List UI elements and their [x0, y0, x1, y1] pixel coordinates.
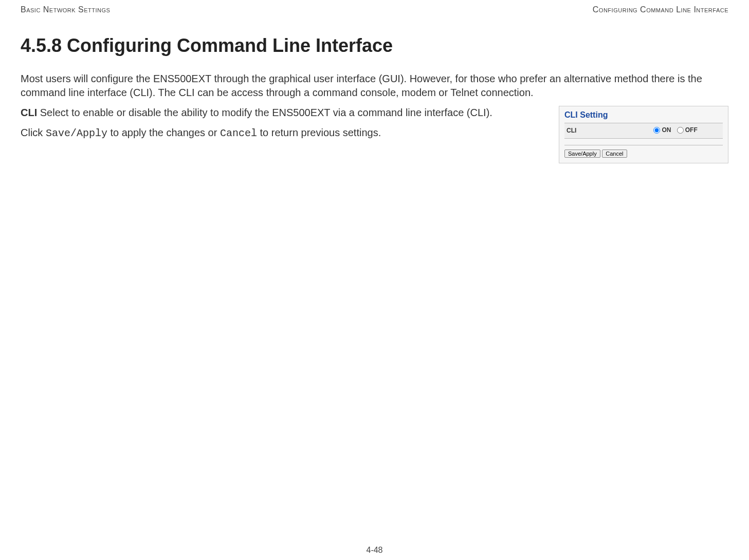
- save-apply-mono: Save/Apply: [46, 127, 107, 139]
- cli-setting-screenshot: CLI Setting CLI ON OFF Save/Apply Cance: [559, 106, 728, 163]
- cli-radio-cell: ON OFF: [651, 123, 723, 139]
- page-footer: 4-48: [0, 546, 749, 555]
- cli-description: CLI Select to enable or disable the abil…: [21, 106, 543, 120]
- intro-paragraph: Most users will configure the ENS500EXT …: [21, 72, 728, 100]
- radio-on-input[interactable]: [653, 127, 660, 134]
- radio-off-input[interactable]: [677, 127, 684, 134]
- save-apply-button[interactable]: Save/Apply: [564, 150, 600, 158]
- cli-setting-title: CLI Setting: [564, 110, 723, 120]
- save-apply-instruction: Click Save/Apply to apply the changes or…: [21, 126, 543, 140]
- click-prefix: Click: [21, 127, 46, 138]
- page-header: Basic Network Settings Configuring Comma…: [21, 5, 728, 14]
- header-right: Configuring Command Line Interface: [593, 5, 728, 14]
- cli-setting-table: CLI ON OFF: [564, 123, 723, 139]
- radio-off-wrap[interactable]: OFF: [677, 126, 698, 134]
- table-row: CLI ON OFF: [564, 123, 723, 139]
- section-title: 4.5.8 Configuring Command Line Interface: [21, 35, 728, 57]
- button-row: Save/Apply Cancel: [564, 145, 723, 158]
- cli-desc-text: Select to enable or disable the ability …: [37, 107, 492, 118]
- cancel-mono: Cancel: [220, 127, 257, 139]
- cli-label: CLI: [21, 107, 37, 118]
- cancel-button[interactable]: Cancel: [602, 150, 627, 158]
- suffix-text: to return previous settings.: [257, 127, 381, 138]
- header-left: Basic Network Settings: [21, 5, 110, 14]
- radio-on-wrap[interactable]: ON: [653, 126, 671, 134]
- radio-off-label: OFF: [685, 126, 698, 134]
- cli-row-label: CLI: [564, 123, 651, 139]
- middle-text: to apply the changes or: [107, 127, 220, 138]
- radio-on-label: ON: [662, 126, 671, 134]
